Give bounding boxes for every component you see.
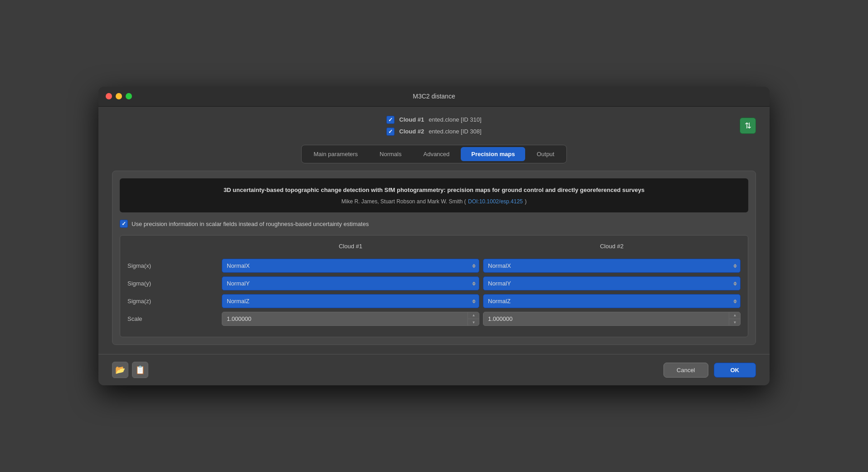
reference-box: 3D uncertainty-based topographic change … xyxy=(120,178,748,213)
cloud2-row: ✓ Cloud #2 ented.clone [ID 308] xyxy=(386,128,481,136)
sigma-z-cloud2-select[interactable]: NormalZ xyxy=(483,294,741,308)
scale-cloud1-wrapper: ▲ ▼ xyxy=(222,312,479,326)
cloud1-label: Cloud #1 xyxy=(399,116,424,123)
scale-cloud1-down[interactable]: ▼ xyxy=(468,319,479,326)
reference-title: 3D uncertainty-based topographic change … xyxy=(127,186,741,195)
sigma-y-cloud2-wrapper: NormalY xyxy=(483,276,741,290)
scale-cloud1-input[interactable] xyxy=(222,312,479,326)
sigma-y-cloud2-select[interactable]: NormalY xyxy=(483,276,741,290)
grid-header: Cloud #1 Cloud #2 xyxy=(127,243,741,253)
scale-cloud1-up[interactable]: ▲ xyxy=(468,312,479,319)
table-row: Sigma(y) NormalY NormalY xyxy=(127,276,741,290)
load-icon: 📂 xyxy=(115,365,125,375)
cloud1-checkbox[interactable]: ✓ xyxy=(386,116,395,124)
tabs-container: Main parameters Normals Advanced Precisi… xyxy=(301,145,567,163)
cloud1-row: ✓ Cloud #1 ented.clone [ID 310] xyxy=(386,116,481,124)
sigma-x-label: Sigma(x) xyxy=(127,262,218,269)
sigma-x-cloud1-wrapper: NormalX xyxy=(222,259,479,273)
scale-cloud2-spinner: ▲ ▼ xyxy=(729,312,741,326)
table-row: Sigma(x) NormalX NormalX xyxy=(127,259,741,273)
precision-label: Use precision information in scalar fiel… xyxy=(132,221,369,227)
grid-container: Cloud #1 Cloud #2 Sigma(x) NormalX xyxy=(120,235,748,337)
reference-authors-line: Mike R. James, Stuart Robson and Mark W.… xyxy=(127,197,741,205)
grid-col2-header: Cloud #2 xyxy=(483,243,741,250)
save-icon: 📋 xyxy=(135,365,145,375)
tab-normals[interactable]: Normals xyxy=(369,147,412,161)
traffic-lights xyxy=(106,93,132,99)
sigma-y-label: Sigma(y) xyxy=(127,280,218,287)
window-title: M3C2 distance xyxy=(413,93,455,100)
table-row: Scale ▲ ▼ ▲ ▼ xyxy=(127,312,741,326)
footer-left-buttons: 📂 📋 xyxy=(112,362,148,378)
reference-authors: Mike R. James, Stuart Robson and Mark W.… xyxy=(341,198,466,205)
sigma-x-cloud2-select[interactable]: NormalX xyxy=(483,259,741,273)
cloud2-checkbox[interactable]: ✓ xyxy=(386,128,395,136)
swap-button[interactable]: ⇅ xyxy=(740,118,756,134)
grid-col1-header: Cloud #1 xyxy=(222,243,479,250)
save-button[interactable]: 📋 xyxy=(132,362,148,378)
ok-button[interactable]: OK xyxy=(714,363,756,378)
cloud2-label: Cloud #2 xyxy=(399,128,424,135)
sigma-z-cloud1-select[interactable]: NormalZ xyxy=(222,294,479,308)
maximize-button[interactable] xyxy=(126,93,132,99)
minimize-button[interactable] xyxy=(116,93,122,99)
sigma-x-cloud1-select[interactable]: NormalX xyxy=(222,259,479,273)
precision-checkbox-row: ✓ Use precision information in scalar fi… xyxy=(120,220,748,228)
sigma-z-cloud2-wrapper: NormalZ xyxy=(483,294,741,308)
sigma-y-cloud1-select[interactable]: NormalY xyxy=(222,276,479,290)
tab-precision-maps[interactable]: Precision maps xyxy=(461,147,525,161)
tab-output[interactable]: Output xyxy=(526,147,565,161)
sigma-y-cloud1-wrapper: NormalY xyxy=(222,276,479,290)
reference-link-suffix: ) xyxy=(525,198,527,205)
cloud-selectors: ✓ Cloud #1 ented.clone [ID 310] ✓ Cloud … xyxy=(112,116,756,136)
sigma-x-cloud2-wrapper: NormalX xyxy=(483,259,741,273)
titlebar: M3C2 distance xyxy=(98,87,770,107)
scale-cloud2-up[interactable]: ▲ xyxy=(729,312,741,319)
scale-cloud2-down[interactable]: ▼ xyxy=(729,319,741,326)
swap-icon: ⇅ xyxy=(745,121,751,131)
sigma-z-label: Sigma(z) xyxy=(127,298,218,305)
scale-cloud1-spinner: ▲ ▼ xyxy=(468,312,479,326)
close-button[interactable] xyxy=(106,93,112,99)
scale-label: Scale xyxy=(127,315,218,322)
main-window: M3C2 distance ✓ Cloud #1 ented.clone [ID… xyxy=(98,87,770,386)
cancel-button[interactable]: Cancel xyxy=(663,363,708,378)
cloud1-value: ented.clone [ID 310] xyxy=(429,116,481,123)
load-button[interactable]: 📂 xyxy=(112,362,128,378)
sigma-z-cloud1-wrapper: NormalZ xyxy=(222,294,479,308)
tab-advanced[interactable]: Advanced xyxy=(413,147,460,161)
precision-checkbox[interactable]: ✓ xyxy=(120,220,128,228)
cloud2-value: ented.clone [ID 308] xyxy=(429,128,481,135)
scale-cloud2-wrapper: ▲ ▼ xyxy=(483,312,741,326)
tab-main-parameters[interactable]: Main parameters xyxy=(303,147,369,161)
grid-header-empty xyxy=(127,243,218,250)
window-content: ✓ Cloud #1 ented.clone [ID 310] ✓ Cloud … xyxy=(98,107,770,354)
footer: 📂 📋 Cancel OK xyxy=(98,354,770,385)
main-panel: 3D uncertainty-based topographic change … xyxy=(112,171,756,345)
footer-right-buttons: Cancel OK xyxy=(663,363,756,378)
reference-link[interactable]: DOI:10.1002/esp.4125 xyxy=(468,198,523,205)
table-row: Sigma(z) NormalZ NormalZ xyxy=(127,294,741,308)
scale-cloud2-input[interactable] xyxy=(483,312,741,326)
